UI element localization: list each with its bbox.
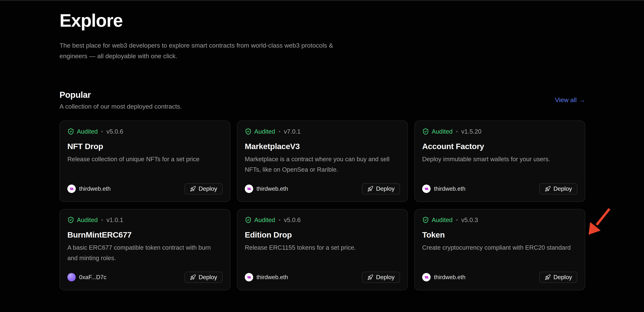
publisher-link[interactable]: thirdweb.eth [67,184,111,193]
contract-title[interactable]: NFT Drop [67,142,222,151]
deploy-button[interactable]: Deploy [184,183,222,194]
audited-badge: Audited [432,128,452,135]
view-all-label: View all [555,96,577,104]
shield-check-icon [422,216,429,223]
card-footer: thirdweb.eth Deploy [245,272,400,283]
audited-badge: Audited [432,216,452,224]
shield-check-icon [245,128,252,135]
contract-card[interactable]: Audited • v5.0.6 Edition Drop Release ER… [237,209,408,290]
publisher-link[interactable]: thirdweb.eth [422,184,466,193]
deploy-button[interactable]: Deploy [362,183,400,194]
deploy-label: Deploy [553,274,572,281]
contract-description: Release collection of unique NFTs for a … [67,154,222,164]
arrow-right-icon: → [579,96,585,104]
contract-title[interactable]: Account Factory [422,142,578,151]
deploy-label: Deploy [198,185,217,192]
version-badge: v5.0.6 [284,216,300,224]
version-badge: v1.0.1 [106,216,123,224]
dot-separator: • [456,217,458,223]
publisher-link[interactable]: thirdweb.eth [422,273,466,282]
view-all-link[interactable]: View all → [555,96,585,104]
version-badge: v1.5.20 [461,128,481,135]
card-footer: thirdweb.eth Deploy [422,272,578,283]
rocket-icon [367,186,373,192]
contract-card[interactable]: Audited • v1.0.1 BurnMintERC677 A basic … [60,209,230,290]
shield-check-icon [245,216,252,223]
deploy-button[interactable]: Deploy [539,272,578,283]
thirdweb-logo-icon [424,186,429,192]
address-avatar [67,273,76,282]
contract-description: Marketplace is a contract where you can … [245,154,400,175]
contract-card[interactable]: Audited • v5.0.6 NFT Drop Release collec… [60,120,230,202]
rocket-icon [190,274,196,280]
contract-card[interactable]: Audited • v1.5.20 Account Factory Deploy… [414,120,585,202]
publisher-name: thirdweb.eth [434,274,466,281]
popular-subheading: A collection of our most deployed contra… [60,103,182,110]
thirdweb-logo-icon [246,186,252,192]
version-badge: v5.0.3 [461,216,478,224]
deploy-button[interactable]: Deploy [539,183,578,194]
rocket-icon [190,186,196,192]
thirdweb-logo-icon [424,274,429,280]
publisher-name: thirdweb.eth [256,186,288,192]
audited-badge: Audited [77,128,98,135]
thirdweb-avatar [245,184,253,193]
audited-badge: Audited [254,128,275,135]
audited-badge: Audited [254,216,275,224]
page-title: Explore [60,11,585,30]
contracts-grid: Audited • v5.0.6 NFT Drop Release collec… [60,120,585,290]
deploy-label: Deploy [198,274,217,281]
popular-section-header: Popular A collection of our most deploye… [60,90,585,110]
contract-description: Deploy immutable smart wallets for your … [422,154,578,164]
thirdweb-avatar [422,273,430,282]
rocket-icon [367,274,373,280]
popular-heading-block: Popular A collection of our most deploye… [60,90,182,110]
card-badge-row: Audited • v5.0.6 [67,128,222,135]
thirdweb-avatar [245,273,253,282]
annotation-arrow [582,204,614,240]
publisher-name: thirdweb.eth [79,186,111,192]
publisher-link[interactable]: thirdweb.eth [245,273,288,282]
deploy-button[interactable]: Deploy [184,272,222,283]
shield-check-icon [422,128,429,135]
dot-separator: • [456,128,458,135]
contract-description: A basic ERC677 compatible token contract… [67,242,222,263]
publisher-link[interactable]: thirdweb.eth [245,184,288,193]
rocket-icon [545,274,551,280]
popular-heading: Popular [60,90,182,100]
version-badge: v5.0.6 [106,128,123,135]
audited-badge: Audited [77,216,98,224]
page-subtitle: The best place for web3 developers to ex… [60,40,347,62]
card-badge-row: Audited • v7.0.1 [245,128,400,135]
shield-check-icon [67,128,74,135]
publisher-name: 0xaF...D7c [79,274,106,281]
publisher-link[interactable]: 0xaF...D7c [67,273,106,282]
card-footer: thirdweb.eth Deploy [422,183,578,194]
dot-separator: • [101,217,103,223]
dot-separator: • [101,128,103,135]
contract-description: Create cryptocurrency compliant with ERC… [422,242,578,253]
deploy-label: Deploy [376,185,394,192]
contract-title[interactable]: BurnMintERC677 [67,230,222,240]
card-footer: thirdweb.eth Deploy [245,183,400,194]
deploy-label: Deploy [553,185,572,192]
contract-title[interactable]: Token [422,230,578,240]
deploy-button[interactable]: Deploy [362,272,400,283]
card-badge-row: Audited • v1.0.1 [67,216,222,224]
card-badge-row: Audited • v1.5.20 [422,128,578,135]
deploy-label: Deploy [376,274,394,281]
card-footer: 0xaF...D7c Deploy [67,272,222,283]
thirdweb-logo-icon [69,186,74,192]
publisher-name: thirdweb.eth [256,274,288,281]
publisher-name: thirdweb.eth [434,186,466,192]
thirdweb-logo-icon [246,274,252,280]
card-footer: thirdweb.eth Deploy [67,183,222,194]
contract-card[interactable]: Audited • v7.0.1 MarketplaceV3 Marketpla… [237,120,408,202]
thirdweb-avatar [422,184,430,193]
contract-card[interactable]: Audited • v5.0.3 Token Create cryptocurr… [414,209,585,290]
rocket-icon [545,186,551,192]
explore-page: Explore The best place for web3 develope… [60,0,585,290]
contract-description: Release ERC1155 tokens for a set price. [245,242,400,253]
contract-title[interactable]: MarketplaceV3 [245,142,400,151]
contract-title[interactable]: Edition Drop [245,230,400,240]
